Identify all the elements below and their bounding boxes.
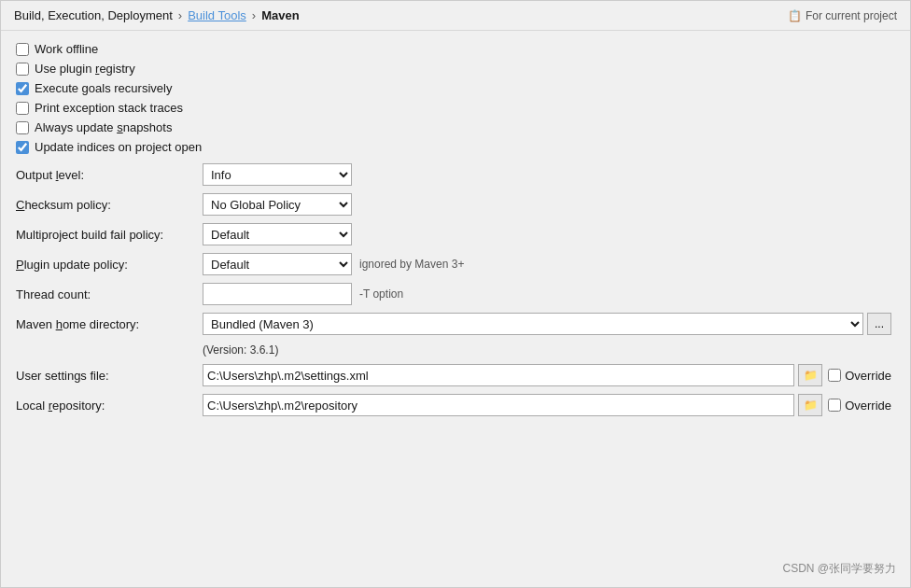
for-current-icon: 📋 xyxy=(788,9,802,22)
local-repository-control: 📁 Override xyxy=(203,394,891,416)
maven-home-control: Bundled (Maven 3) ... xyxy=(203,313,891,335)
work-offline-checkbox[interactable] xyxy=(16,43,29,56)
output-level-control: Info Debug Warn Error xyxy=(203,163,891,186)
checksum-policy-label: Checksum policy: xyxy=(16,198,203,212)
user-settings-override-text: Override xyxy=(845,369,891,383)
thread-count-hint: -T option xyxy=(359,287,403,301)
for-current-project: 📋 For current project xyxy=(788,9,897,22)
maven-home-browse-button[interactable]: ... xyxy=(867,313,891,335)
use-plugin-registry-label: Use plugin registry xyxy=(35,62,135,76)
local-repository-override-text: Override xyxy=(845,399,891,413)
local-repository-override-label: Override xyxy=(828,399,891,413)
execute-goals-checkbox[interactable] xyxy=(16,82,29,95)
user-settings-override-label: Override xyxy=(828,369,891,383)
breadcrumb-sep2: › xyxy=(252,8,256,22)
plugin-update-control: Default Always Never Daily ignored by Ma… xyxy=(203,253,891,275)
maven-version-text: (Version: 3.6.1) xyxy=(203,343,278,357)
output-level-select[interactable]: Info Debug Warn Error xyxy=(203,163,352,186)
checkbox-use-plugin-registry: Use plugin registry xyxy=(16,62,891,76)
folder-icon: 📁 xyxy=(804,369,818,382)
checksum-policy-control: No Global Policy Strict Lax xyxy=(203,193,891,216)
settings-panel: Build, Execution, Deployment › Build Too… xyxy=(0,0,911,588)
settings-grid: Output level: Info Debug Warn Error Chec… xyxy=(16,163,891,416)
multiproject-control: Default Fail at End Fail Never xyxy=(203,223,891,245)
print-exception-checkbox[interactable] xyxy=(16,102,29,115)
execute-goals-label: Execute goals recursively xyxy=(35,81,172,95)
multiproject-label: Multiproject build fail policy: xyxy=(16,228,203,242)
multiproject-select[interactable]: Default Fail at End Fail Never xyxy=(203,223,352,245)
maven-home-row: Bundled (Maven 3) ... xyxy=(203,313,891,335)
breadcrumb-part1: Build, Execution, Deployment xyxy=(14,8,173,22)
breadcrumb-part2[interactable]: Build Tools xyxy=(188,8,246,22)
for-current-label: For current project xyxy=(806,9,897,22)
update-indices-checkbox[interactable] xyxy=(16,141,29,154)
update-indices-label: Update indices on project open xyxy=(35,140,202,154)
checkbox-work-offline: Work offline xyxy=(16,42,891,56)
checksum-policy-select[interactable]: No Global Policy Strict Lax xyxy=(203,193,352,216)
plugin-update-select[interactable]: Default Always Never Daily xyxy=(203,253,352,275)
user-settings-label: User settings file: xyxy=(16,369,203,383)
work-offline-label: Work offline xyxy=(35,42,98,56)
checkbox-always-update: Always update snapshots xyxy=(16,120,891,134)
use-plugin-registry-checkbox[interactable] xyxy=(16,63,29,76)
thread-count-label: Thread count: xyxy=(16,287,203,301)
local-repository-input-wrapper: 📁 xyxy=(203,394,822,416)
local-repository-override-checkbox[interactable] xyxy=(828,399,841,412)
local-repository-label: Local repository: xyxy=(16,399,203,413)
checkbox-execute-goals: Execute goals recursively xyxy=(16,81,891,95)
maven-home-select[interactable]: Bundled (Maven 3) xyxy=(203,313,863,335)
local-repository-input[interactable] xyxy=(203,394,794,416)
breadcrumb: Build, Execution, Deployment › Build Too… xyxy=(1,1,910,31)
version-text-row: (Version: 3.6.1) xyxy=(203,343,891,357)
user-settings-control: 📁 Override xyxy=(203,364,891,386)
thread-count-control: -T option xyxy=(203,283,891,305)
maven-home-label: Maven home directory: xyxy=(16,317,203,331)
user-settings-input-wrapper: 📁 xyxy=(203,364,822,386)
thread-count-input[interactable] xyxy=(203,283,352,305)
user-settings-input[interactable] xyxy=(203,364,794,386)
user-settings-browse-button[interactable]: 📁 xyxy=(798,364,822,386)
folder-icon-2: 📁 xyxy=(804,399,818,412)
breadcrumb-current: Maven xyxy=(261,8,299,22)
output-level-label: Output level: xyxy=(16,168,203,182)
checkbox-print-exception: Print exception stack traces xyxy=(16,101,891,115)
print-exception-label: Print exception stack traces xyxy=(35,101,183,115)
maven-settings-content: Work offline Use plugin registry Execute… xyxy=(1,31,910,587)
always-update-label: Always update snapshots xyxy=(35,120,172,134)
local-repository-browse-button[interactable]: 📁 xyxy=(798,394,822,416)
checkbox-update-indices: Update indices on project open xyxy=(16,140,891,154)
plugin-update-label: Plugin update policy: xyxy=(16,258,203,272)
user-settings-override-checkbox[interactable] xyxy=(828,369,841,382)
plugin-update-hint: ignored by Maven 3+ xyxy=(359,258,464,271)
breadcrumb-sep1: › xyxy=(178,8,182,22)
always-update-checkbox[interactable] xyxy=(16,121,29,134)
watermark-text: CSDN @张同学要努力 xyxy=(782,561,896,577)
